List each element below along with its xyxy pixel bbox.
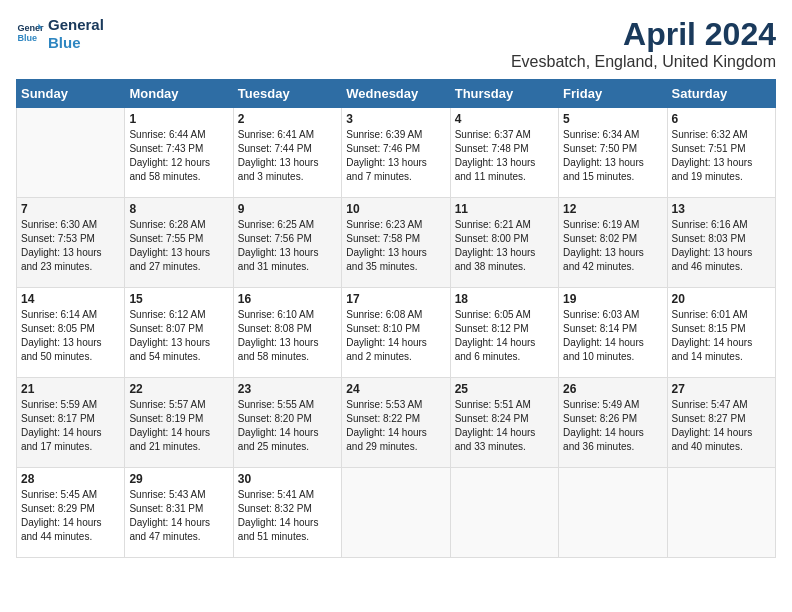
sunset-text: Sunset: 8:19 PM bbox=[129, 412, 228, 426]
sunrise-text: Sunrise: 6:32 AM bbox=[672, 128, 771, 142]
daylight-text: Daylight: 14 hours and 51 minutes. bbox=[238, 516, 337, 544]
daylight-text: Daylight: 13 hours and 3 minutes. bbox=[238, 156, 337, 184]
sunset-text: Sunset: 8:03 PM bbox=[672, 232, 771, 246]
sunrise-text: Sunrise: 5:43 AM bbox=[129, 488, 228, 502]
day-number: 13 bbox=[672, 202, 771, 216]
table-row: 24 Sunrise: 5:53 AM Sunset: 8:22 PM Dayl… bbox=[342, 378, 450, 468]
table-row: 6 Sunrise: 6:32 AM Sunset: 7:51 PM Dayli… bbox=[667, 108, 775, 198]
title-block: April 2024 Evesbatch, England, United Ki… bbox=[511, 16, 776, 71]
sunrise-text: Sunrise: 5:45 AM bbox=[21, 488, 120, 502]
daylight-text: Daylight: 13 hours and 54 minutes. bbox=[129, 336, 228, 364]
header-wednesday: Wednesday bbox=[342, 80, 450, 108]
sunrise-text: Sunrise: 6:05 AM bbox=[455, 308, 554, 322]
table-row bbox=[450, 468, 558, 558]
weekday-header-row: Sunday Monday Tuesday Wednesday Thursday… bbox=[17, 80, 776, 108]
calendar-week-row: 28 Sunrise: 5:45 AM Sunset: 8:29 PM Dayl… bbox=[17, 468, 776, 558]
table-row: 1 Sunrise: 6:44 AM Sunset: 7:43 PM Dayli… bbox=[125, 108, 233, 198]
sunrise-text: Sunrise: 6:44 AM bbox=[129, 128, 228, 142]
day-number: 18 bbox=[455, 292, 554, 306]
table-row: 8 Sunrise: 6:28 AM Sunset: 7:55 PM Dayli… bbox=[125, 198, 233, 288]
calendar-table: Sunday Monday Tuesday Wednesday Thursday… bbox=[16, 79, 776, 558]
daylight-text: Daylight: 14 hours and 10 minutes. bbox=[563, 336, 662, 364]
sunset-text: Sunset: 8:31 PM bbox=[129, 502, 228, 516]
sunrise-text: Sunrise: 6:39 AM bbox=[346, 128, 445, 142]
sunrise-text: Sunrise: 6:25 AM bbox=[238, 218, 337, 232]
day-info: Sunrise: 6:44 AM Sunset: 7:43 PM Dayligh… bbox=[129, 128, 228, 184]
daylight-text: Daylight: 14 hours and 21 minutes. bbox=[129, 426, 228, 454]
sunrise-text: Sunrise: 5:59 AM bbox=[21, 398, 120, 412]
month-title: April 2024 bbox=[511, 16, 776, 53]
day-number: 12 bbox=[563, 202, 662, 216]
day-info: Sunrise: 6:08 AM Sunset: 8:10 PM Dayligh… bbox=[346, 308, 445, 364]
sunrise-text: Sunrise: 6:41 AM bbox=[238, 128, 337, 142]
day-info: Sunrise: 6:41 AM Sunset: 7:44 PM Dayligh… bbox=[238, 128, 337, 184]
sunset-text: Sunset: 8:07 PM bbox=[129, 322, 228, 336]
header-tuesday: Tuesday bbox=[233, 80, 341, 108]
day-number: 8 bbox=[129, 202, 228, 216]
day-number: 14 bbox=[21, 292, 120, 306]
day-number: 20 bbox=[672, 292, 771, 306]
day-number: 16 bbox=[238, 292, 337, 306]
table-row bbox=[17, 108, 125, 198]
table-row: 23 Sunrise: 5:55 AM Sunset: 8:20 PM Dayl… bbox=[233, 378, 341, 468]
table-row: 16 Sunrise: 6:10 AM Sunset: 8:08 PM Dayl… bbox=[233, 288, 341, 378]
table-row: 13 Sunrise: 6:16 AM Sunset: 8:03 PM Dayl… bbox=[667, 198, 775, 288]
day-number: 23 bbox=[238, 382, 337, 396]
day-info: Sunrise: 6:03 AM Sunset: 8:14 PM Dayligh… bbox=[563, 308, 662, 364]
daylight-text: Daylight: 14 hours and 44 minutes. bbox=[21, 516, 120, 544]
day-info: Sunrise: 6:32 AM Sunset: 7:51 PM Dayligh… bbox=[672, 128, 771, 184]
daylight-text: Daylight: 14 hours and 17 minutes. bbox=[21, 426, 120, 454]
day-number: 4 bbox=[455, 112, 554, 126]
day-number: 15 bbox=[129, 292, 228, 306]
daylight-text: Daylight: 14 hours and 6 minutes. bbox=[455, 336, 554, 364]
day-number: 27 bbox=[672, 382, 771, 396]
sunrise-text: Sunrise: 6:12 AM bbox=[129, 308, 228, 322]
table-row: 20 Sunrise: 6:01 AM Sunset: 8:15 PM Dayl… bbox=[667, 288, 775, 378]
sunset-text: Sunset: 7:46 PM bbox=[346, 142, 445, 156]
sunset-text: Sunset: 8:20 PM bbox=[238, 412, 337, 426]
page-header: General Blue General Blue April 2024 Eve… bbox=[16, 16, 776, 71]
daylight-text: Daylight: 12 hours and 58 minutes. bbox=[129, 156, 228, 184]
sunrise-text: Sunrise: 5:55 AM bbox=[238, 398, 337, 412]
day-info: Sunrise: 6:10 AM Sunset: 8:08 PM Dayligh… bbox=[238, 308, 337, 364]
table-row: 7 Sunrise: 6:30 AM Sunset: 7:53 PM Dayli… bbox=[17, 198, 125, 288]
table-row: 28 Sunrise: 5:45 AM Sunset: 8:29 PM Dayl… bbox=[17, 468, 125, 558]
logo-blue: Blue bbox=[48, 34, 81, 51]
sunset-text: Sunset: 7:44 PM bbox=[238, 142, 337, 156]
day-info: Sunrise: 5:51 AM Sunset: 8:24 PM Dayligh… bbox=[455, 398, 554, 454]
table-row bbox=[342, 468, 450, 558]
table-row: 14 Sunrise: 6:14 AM Sunset: 8:05 PM Dayl… bbox=[17, 288, 125, 378]
day-number: 1 bbox=[129, 112, 228, 126]
header-thursday: Thursday bbox=[450, 80, 558, 108]
sunrise-text: Sunrise: 5:49 AM bbox=[563, 398, 662, 412]
day-info: Sunrise: 5:53 AM Sunset: 8:22 PM Dayligh… bbox=[346, 398, 445, 454]
calendar-week-row: 7 Sunrise: 6:30 AM Sunset: 7:53 PM Dayli… bbox=[17, 198, 776, 288]
sunrise-text: Sunrise: 5:57 AM bbox=[129, 398, 228, 412]
table-row: 11 Sunrise: 6:21 AM Sunset: 8:00 PM Dayl… bbox=[450, 198, 558, 288]
sunrise-text: Sunrise: 6:14 AM bbox=[21, 308, 120, 322]
table-row: 9 Sunrise: 6:25 AM Sunset: 7:56 PM Dayli… bbox=[233, 198, 341, 288]
sunrise-text: Sunrise: 5:47 AM bbox=[672, 398, 771, 412]
sunrise-text: Sunrise: 5:41 AM bbox=[238, 488, 337, 502]
day-number: 2 bbox=[238, 112, 337, 126]
header-sunday: Sunday bbox=[17, 80, 125, 108]
sunset-text: Sunset: 7:58 PM bbox=[346, 232, 445, 246]
daylight-text: Daylight: 13 hours and 19 minutes. bbox=[672, 156, 771, 184]
daylight-text: Daylight: 13 hours and 11 minutes. bbox=[455, 156, 554, 184]
sunset-text: Sunset: 8:29 PM bbox=[21, 502, 120, 516]
table-row: 2 Sunrise: 6:41 AM Sunset: 7:44 PM Dayli… bbox=[233, 108, 341, 198]
sunrise-text: Sunrise: 6:01 AM bbox=[672, 308, 771, 322]
logo-icon: General Blue bbox=[16, 20, 44, 48]
daylight-text: Daylight: 13 hours and 27 minutes. bbox=[129, 246, 228, 274]
day-number: 21 bbox=[21, 382, 120, 396]
daylight-text: Daylight: 14 hours and 40 minutes. bbox=[672, 426, 771, 454]
sunrise-text: Sunrise: 6:37 AM bbox=[455, 128, 554, 142]
sunset-text: Sunset: 7:56 PM bbox=[238, 232, 337, 246]
table-row: 22 Sunrise: 5:57 AM Sunset: 8:19 PM Dayl… bbox=[125, 378, 233, 468]
sunset-text: Sunset: 8:08 PM bbox=[238, 322, 337, 336]
table-row: 19 Sunrise: 6:03 AM Sunset: 8:14 PM Dayl… bbox=[559, 288, 667, 378]
day-number: 29 bbox=[129, 472, 228, 486]
table-row: 10 Sunrise: 6:23 AM Sunset: 7:58 PM Dayl… bbox=[342, 198, 450, 288]
day-number: 6 bbox=[672, 112, 771, 126]
day-info: Sunrise: 6:21 AM Sunset: 8:00 PM Dayligh… bbox=[455, 218, 554, 274]
